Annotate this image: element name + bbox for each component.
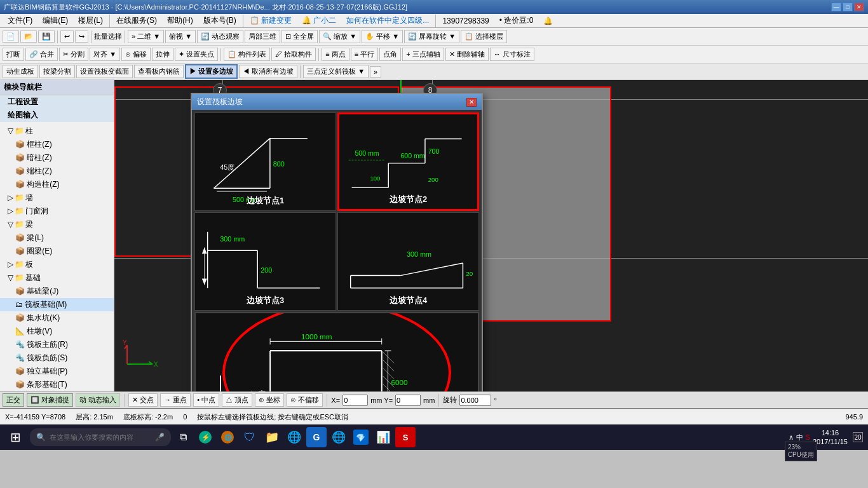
cancel-slope-btn[interactable]: ◀ 取消所有边坡 [239, 65, 297, 78]
item-raft-neg-rebar[interactable]: 🔩 筏板负筋(S) [0, 351, 114, 365]
menu-edit[interactable]: 编辑(E) [37, 14, 73, 27]
x-input[interactable] [342, 395, 368, 406]
menu-icon[interactable]: 🔔 [538, 15, 558, 27]
view-top-btn[interactable]: 俯视 ▼ [165, 30, 196, 43]
item-foundation-beam[interactable]: 📦 基础梁(J) [0, 285, 114, 298]
slope-node-2[interactable]: 500 mm 700 600 mm 200 100 边坡节点2 [337, 112, 479, 211]
no-move-btn[interactable]: ⊙ 不偏移 [287, 393, 323, 407]
maximize-button[interactable]: □ [843, 3, 853, 11]
check-rebar-btn[interactable]: 查看板内钢筋 [134, 65, 184, 78]
three-point-btn[interactable]: 三点定义斜筏板 ▼ [303, 65, 369, 78]
coord-btn[interactable]: ⊕ 坐标 [255, 393, 284, 407]
menu-file[interactable]: 文件(F) [3, 14, 37, 27]
item-hidden-column[interactable]: 📦 暗柱(Z) [0, 151, 114, 165]
search-bar[interactable]: 🔍 🎤 [30, 428, 171, 446]
dynamic-input-btn[interactable]: 动 动态输入 [76, 393, 120, 407]
pick-comp-btn[interactable]: 🖊 拾取构件 [271, 48, 316, 61]
split-btn[interactable]: ✂ 分割 [59, 48, 88, 61]
open-btn[interactable]: 📂 [20, 30, 37, 43]
taskbar-app-7[interactable]: 🌐 [329, 427, 349, 447]
menu-new-change[interactable]: 📋 新建变更 [245, 14, 297, 27]
view-2d-btn[interactable]: » 二维 ▼ [128, 30, 164, 43]
group-foundation[interactable]: ▽📁基础 [0, 271, 114, 285]
local-3d-btn[interactable]: 局部三维 [245, 30, 280, 43]
pan-btn[interactable]: ✋ 平移 ▼ [362, 30, 403, 43]
item-frame-column[interactable]: 📦 框柱(Z) [0, 138, 114, 151]
item-isolated-found[interactable]: 📦 独立基础(P) [0, 365, 114, 378]
start-button[interactable]: ⊞ [3, 426, 28, 449]
item-strip-found[interactable]: 📦 条形基础(T) [0, 378, 114, 391]
auto-gen-btn[interactable]: 动生成板 [3, 65, 38, 78]
tray-antivirus[interactable]: S [806, 433, 810, 441]
undo-btn[interactable]: ↩ [60, 30, 74, 43]
menu-help[interactable]: 帮助(H) [162, 14, 198, 27]
close-button[interactable]: ✕ [854, 3, 864, 11]
menu-version[interactable]: 版本号(B) [198, 14, 241, 27]
tray-lang[interactable]: 中 [796, 433, 803, 442]
item-raft-foundation[interactable]: 🗂 筏板基础(M) [0, 298, 114, 311]
taskbar-app-glodon[interactable]: S [395, 427, 416, 447]
save-btn[interactable]: 💾 [38, 30, 55, 43]
dialog-title-bar[interactable]: 设置筏板边坡 ✕ [192, 94, 482, 110]
comp-list-btn[interactable]: 📋 构件列表 [224, 48, 270, 61]
group-door-window[interactable]: ▷📁门窗洞 [0, 205, 114, 218]
split-beam-btn[interactable]: 按梁分割 [39, 65, 75, 78]
three-axis-btn[interactable]: + 三点辅轴 [402, 48, 444, 61]
canvas-area[interactable]: 7 8 X Y 设置筏板边坡 ✕ [114, 80, 868, 391]
taskbar-app-3[interactable]: 🛡 [240, 427, 260, 447]
drawing-input[interactable]: 绘图输入 [0, 109, 114, 122]
item-beam[interactable]: 📦 梁(L) [0, 231, 114, 245]
item-end-column[interactable]: 📦 端柱(Z) [0, 165, 114, 178]
select-layer-btn[interactable]: 📋 选择楼层 [461, 30, 507, 43]
group-wall[interactable]: ▷📁墙 [0, 191, 114, 205]
taskbar-app-9[interactable]: 📊 [373, 427, 393, 447]
setpoint-btn[interactable]: ✦ 设置夹点 [175, 48, 218, 61]
vertex-btn[interactable]: △ 顶点 [222, 393, 252, 407]
dimension-btn[interactable]: ↔ 尺寸标注 [490, 48, 534, 61]
dialog-close-button[interactable]: ✕ [466, 98, 477, 107]
item-construct-column[interactable]: 📦 构造柱(Z) [0, 178, 114, 191]
slope-node-3[interactable]: 300 mm 200 边坡节点3 [194, 212, 336, 311]
taskbar-app-8[interactable]: 💎 [351, 427, 371, 447]
set-slope-btn[interactable]: ▶ 设置多边坡 [185, 64, 238, 79]
fullscreen-btn[interactable]: ⊡ 全全屏 [281, 30, 318, 43]
item-sump[interactable]: 📦 集水坑(K) [0, 311, 114, 325]
item-ring-beam[interactable]: 📦 圈梁(E) [0, 245, 114, 258]
menu-help-link[interactable]: 如何在软件中定义四级... [341, 14, 434, 27]
snap-btn[interactable]: 🔲 对象捕捉 [27, 393, 73, 407]
taskbar-app-5[interactable]: 🌐 [284, 427, 304, 447]
taskbar-app-4[interactable]: 📁 [262, 427, 282, 447]
screen-rotate-btn[interactable]: 🔄 屏幕旋转 ▼ [404, 30, 459, 43]
midpoint-btn[interactable]: • 中点 [193, 393, 219, 407]
engineering-setup[interactable]: 工程设置 [0, 95, 114, 109]
minimize-button[interactable]: — [831, 3, 841, 11]
intersection-btn[interactable]: ✕ 交点 [128, 393, 158, 407]
align-btn[interactable]: 对齐 ▼ [90, 48, 120, 61]
redo-btn[interactable]: ↪ [75, 30, 88, 43]
more-btn[interactable]: » [370, 66, 381, 78]
tray-expand[interactable]: ∧ [789, 433, 794, 442]
set-slab-btn[interactable]: 设置筏板变截面 [76, 65, 133, 78]
endpoint-btn[interactable]: → 重点 [160, 393, 191, 407]
zoom-btn[interactable]: 🔍 缩放 ▼ [319, 30, 360, 43]
taskbar-app-1[interactable]: ⚡ [195, 427, 215, 447]
offset-btn[interactable]: ⊙ 偏移 [121, 48, 151, 61]
menu-assistant[interactable]: 🔔 广小二 [297, 14, 341, 27]
taskbar-app-2[interactable]: 🌐 [217, 427, 238, 447]
group-slab[interactable]: ▷📁板 [0, 258, 114, 271]
rotate-input[interactable] [459, 395, 491, 406]
taskview-btn[interactable]: ⧉ [173, 427, 193, 447]
two-point-btn[interactable]: ≡ 两点 [322, 48, 349, 61]
slope-node-1[interactable]: 500 mm 800 45度 边坡节点1 [194, 112, 336, 211]
slope-node-4[interactable]: 300 mm 20 边坡节点4 [337, 212, 479, 311]
group-beam[interactable]: ▽📁梁 [0, 218, 114, 231]
dynamic-view-btn[interactable]: 🔄 动态观察 [197, 30, 243, 43]
notification-center[interactable]: 20 [850, 426, 865, 449]
menu-online[interactable]: 在线服务(S) [111, 14, 162, 27]
ortho-btn[interactable]: 正交 [3, 393, 24, 407]
taskbar-app-6[interactable]: G [306, 427, 327, 447]
merge-btn[interactable]: 🔗 合并 [25, 48, 58, 61]
group-column[interactable]: ▽📁柱 [0, 125, 114, 138]
stretch-btn[interactable]: 拉伸 [152, 48, 173, 61]
new-btn[interactable]: 📄 [3, 30, 19, 43]
